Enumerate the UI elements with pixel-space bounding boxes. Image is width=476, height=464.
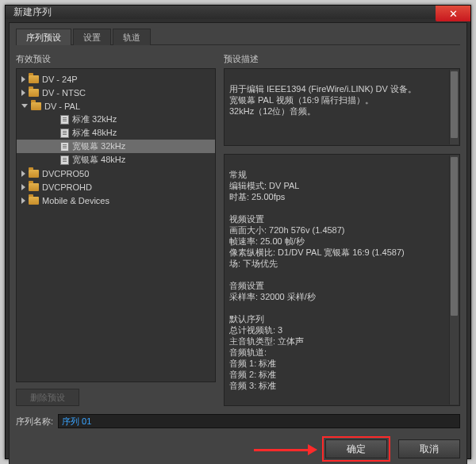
disclosure-triangle-icon[interactable] bbox=[21, 197, 25, 204]
preset-description-box[interactable]: 用于编辑 IEEE1394 (FireWire/i.LINK) DV 设备。 宽… bbox=[224, 68, 460, 146]
folder-icon bbox=[29, 183, 39, 191]
preset-icon bbox=[60, 142, 69, 151]
cancel-button[interactable]: 取消 bbox=[398, 439, 460, 458]
sequence-name-input[interactable] bbox=[58, 414, 460, 428]
folder-icon bbox=[29, 75, 39, 83]
tree-item-label: DV - NTSC bbox=[42, 88, 86, 98]
tree-folder[interactable]: DVCPROHD bbox=[17, 180, 215, 194]
disclosure-triangle-icon[interactable] bbox=[21, 171, 25, 177]
tree-preset[interactable]: 宽银幕 48kHz bbox=[17, 153, 215, 167]
preset-tree[interactable]: DV - 24PDV - NTSCDV - PAL标准 32kHz标准 48kH… bbox=[16, 68, 216, 382]
tree-item-label: DV - PAL bbox=[44, 102, 80, 111]
preset-spec-text: 常规 编辑模式: DV PAL 时基: 25.00fps 视频设置 画面大小: … bbox=[229, 170, 405, 390]
preset-icon bbox=[60, 155, 69, 165]
tree-preset[interactable]: 标准 32kHz bbox=[17, 113, 215, 126]
new-sequence-dialog: 新建序列 ✕ 序列预设 设置 轨道 有效预设 DV - 24PDV - NTSC… bbox=[5, 5, 471, 459]
tree-item-label: DVCPRO50 bbox=[42, 169, 89, 178]
tab-bar: 序列预设 设置 轨道 bbox=[16, 28, 460, 45]
left-panel: 有效预设 DV - 24PDV - NTSCDV - PAL标准 32kHz标准… bbox=[16, 53, 216, 406]
disclosure-triangle-icon[interactable] bbox=[21, 104, 28, 108]
tab-tracks[interactable]: 轨道 bbox=[113, 29, 151, 45]
right-panel: 预设描述 用于编辑 IEEE1394 (FireWire/i.LINK) DV … bbox=[224, 53, 460, 406]
tree-item-label: DV - 24P bbox=[42, 75, 78, 84]
tree-folder[interactable]: Mobile & Devices bbox=[17, 194, 215, 207]
folder-icon bbox=[29, 170, 39, 178]
window-title: 新建序列 bbox=[13, 6, 52, 19]
scrollbar[interactable] bbox=[449, 70, 459, 144]
tree-folder[interactable]: DV - PAL bbox=[17, 99, 215, 113]
annotation-arrow bbox=[254, 446, 317, 454]
tree-folder[interactable]: DVCPRO50 bbox=[17, 167, 215, 180]
ok-button[interactable]: 确定 bbox=[325, 439, 387, 458]
scrollbar[interactable] bbox=[449, 155, 459, 405]
tree-preset[interactable]: 标准 48kHz bbox=[17, 126, 215, 140]
delete-preset-button: 删除预设 bbox=[16, 389, 79, 406]
tree-item-label: 标准 32kHz bbox=[72, 113, 117, 125]
tab-sequence-presets[interactable]: 序列预设 bbox=[16, 29, 71, 45]
disclosure-triangle-icon[interactable] bbox=[21, 76, 25, 82]
preset-description-text: 用于编辑 IEEE1394 (FireWire/i.LINK) DV 设备。 宽… bbox=[229, 84, 416, 116]
panels: 有效预设 DV - 24PDV - NTSCDV - PAL标准 32kHz标准… bbox=[16, 53, 460, 406]
preset-icon bbox=[60, 115, 69, 125]
sequence-name-row: 序列名称: bbox=[16, 414, 460, 428]
disclosure-triangle-icon[interactable] bbox=[21, 184, 25, 190]
close-icon: ✕ bbox=[449, 8, 458, 20]
tree-preset[interactable]: 宽银幕 32kHz bbox=[17, 140, 215, 153]
tree-item-label: Mobile & Devices bbox=[42, 196, 109, 205]
folder-icon bbox=[31, 102, 41, 110]
close-button[interactable]: ✕ bbox=[436, 6, 470, 21]
tree-item-label: DVCPROHD bbox=[42, 182, 92, 192]
tree-folder[interactable]: DV - NTSC bbox=[17, 86, 215, 99]
tree-item-label: 宽银幕 48kHz bbox=[72, 154, 125, 166]
preset-spec-box[interactable]: 常规 编辑模式: DV PAL 时基: 25.00fps 视频设置 画面大小: … bbox=[224, 154, 460, 406]
folder-icon bbox=[29, 197, 39, 205]
titlebar[interactable]: 新建序列 ✕ bbox=[6, 6, 470, 19]
preset-icon bbox=[60, 128, 69, 138]
footer: 确定 取消 bbox=[16, 439, 460, 458]
sequence-name-label: 序列名称: bbox=[16, 416, 53, 428]
tree-folder[interactable]: DV - 24P bbox=[17, 72, 215, 86]
dialog-body: 序列预设 设置 轨道 有效预设 DV - 24PDV - NTSCDV - PA… bbox=[9, 22, 467, 464]
preset-description-label: 预设描述 bbox=[224, 53, 460, 65]
folder-icon bbox=[29, 89, 39, 97]
tab-settings[interactable]: 设置 bbox=[73, 29, 111, 45]
tree-item-label: 标准 48kHz bbox=[72, 127, 117, 139]
tree-item-label: 宽银幕 32kHz bbox=[72, 140, 125, 152]
available-presets-label: 有效预设 bbox=[16, 53, 216, 65]
disclosure-triangle-icon[interactable] bbox=[21, 90, 25, 96]
